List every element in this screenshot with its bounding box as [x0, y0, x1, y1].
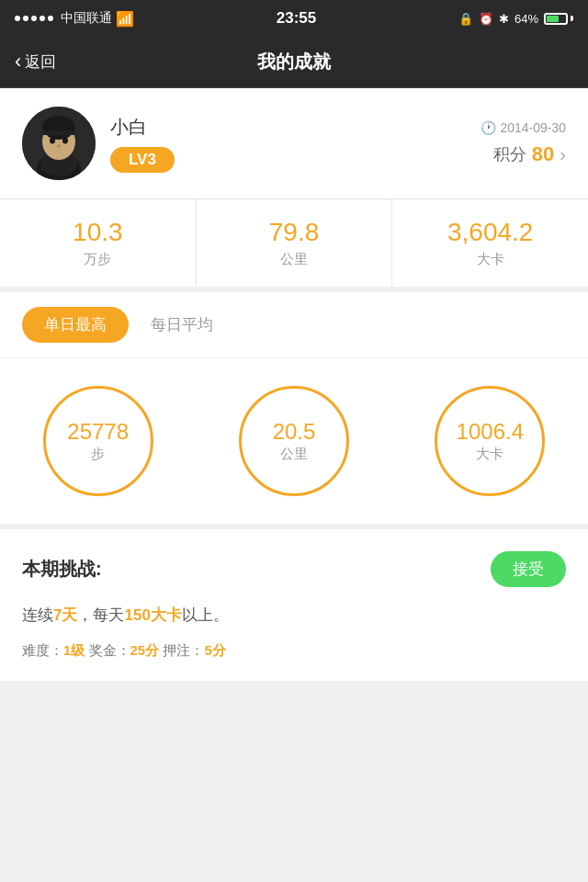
circle-value-cal: 1006.4	[457, 419, 524, 446]
bet-label: 押注：	[163, 642, 204, 658]
profile-date: 🕐 2014-09-30	[481, 120, 566, 135]
avatar-image	[22, 107, 96, 180]
bet-value: 5分	[204, 642, 225, 658]
stat-value-cal: 3,604.2	[447, 218, 533, 247]
stat-item-km: 79.8 公里	[197, 199, 393, 287]
circle-unit-km: 公里	[280, 446, 308, 463]
circle-ring-km: 20.5 公里	[239, 386, 349, 496]
bluetooth-icon: ✱	[499, 12, 509, 26]
back-button[interactable]: ‹ 返回	[15, 51, 56, 73]
circle-steps: 25778 步	[43, 386, 153, 496]
desc-prefix: 连续	[22, 606, 53, 624]
svg-point-8	[62, 138, 68, 144]
calories-value: 150大卡	[124, 606, 181, 624]
chevron-right-icon: ›	[560, 144, 566, 165]
circle-ring-steps: 25778 步	[43, 386, 153, 496]
carrier-label: 中国联通	[61, 10, 112, 27]
reward-value: 25分	[130, 642, 160, 658]
toggle-section: 单日最高 每日平均	[0, 292, 588, 358]
circles-section: 25778 步 20.5 公里 1006.4 大卡	[0, 358, 588, 529]
status-right: 🔒 ⏰ ✱ 64%	[458, 12, 573, 26]
back-label: 返回	[25, 51, 56, 73]
stat-value-steps: 10.3	[73, 218, 123, 247]
profile-info: 小白 LV3	[110, 115, 175, 173]
circle-value-km: 20.5	[273, 419, 316, 446]
desc-suffix: 以上。	[182, 606, 229, 624]
circle-cal: 1006.4 大卡	[435, 386, 545, 496]
lock-icon: 🔒	[458, 12, 473, 26]
level-badge: LV3	[110, 147, 175, 173]
challenge-desc: 连续7天，每天150大卡以上。	[22, 602, 566, 630]
status-bar: 中国联通 📶 23:55 🔒 ⏰ ✱ 64%	[0, 0, 588, 37]
status-time: 23:55	[277, 9, 316, 28]
circle-unit-steps: 步	[91, 446, 105, 463]
circle-unit-cal: 大卡	[476, 446, 503, 463]
svg-point-9	[57, 145, 61, 148]
points-row[interactable]: 积分 80 ›	[493, 142, 566, 166]
days-value: 7天	[53, 606, 77, 624]
chevron-left-icon: ‹	[15, 51, 21, 72]
difficulty-value: 1级	[63, 642, 85, 658]
svg-rect-10	[42, 130, 75, 135]
profile-name: 小白	[110, 115, 175, 140]
circle-ring-cal: 1006.4 大卡	[435, 386, 545, 496]
page-title: 我的成就	[257, 50, 331, 74]
challenge-title: 本期挑战:	[22, 557, 102, 582]
detail-prefix: 难度：	[22, 642, 63, 658]
challenge-header: 本期挑战: 接受	[22, 551, 566, 587]
svg-point-7	[50, 138, 55, 144]
points-value: 80	[532, 142, 554, 166]
challenge-section: 本期挑战: 接受 连续7天，每天150大卡以上。 难度：1级 奖金：25分 押注…	[0, 529, 588, 681]
date-value: 2014-09-30	[500, 120, 566, 135]
status-left: 中国联通 📶	[15, 10, 134, 28]
stat-unit-km: 公里	[280, 251, 308, 268]
points-label: 积分	[493, 143, 526, 165]
profile-section: 小白 LV3 🕐 2014-09-30 积分 80 ›	[0, 88, 588, 199]
challenge-detail: 难度：1级 奖金：25分 押注：5分	[22, 638, 566, 662]
signal-dots	[15, 16, 53, 21]
stat-unit-steps: 万步	[84, 251, 111, 268]
reward-label: 奖金：	[89, 642, 130, 658]
tab-daily-avg[interactable]: 每日平均	[129, 307, 235, 343]
accept-button[interactable]: 接受	[491, 551, 566, 587]
alarm-icon: ⏰	[479, 12, 493, 26]
stat-unit-cal: 大卡	[477, 251, 504, 268]
circle-value-steps: 25778	[67, 419, 129, 446]
wifi-icon: 📶	[116, 10, 134, 28]
profile-left: 小白 LV3	[22, 107, 175, 180]
battery-percent: 64%	[514, 12, 538, 26]
desc-mid: ，每天	[77, 606, 124, 624]
stat-value-km: 79.8	[269, 218, 320, 247]
stat-item-cal: 3,604.2 大卡	[392, 199, 588, 287]
battery-indicator	[544, 13, 573, 25]
nav-bar: ‹ 返回 我的成就	[0, 37, 588, 88]
profile-right: 🕐 2014-09-30 积分 80 ›	[481, 120, 566, 166]
tab-daily-max[interactable]: 单日最高	[22, 307, 129, 343]
stats-row: 10.3 万步 79.8 公里 3,604.2 大卡	[0, 199, 588, 292]
avatar	[22, 107, 96, 180]
clock-icon: 🕐	[481, 120, 496, 135]
circle-km: 20.5 公里	[239, 386, 349, 496]
stat-item-steps: 10.3 万步	[0, 199, 197, 287]
